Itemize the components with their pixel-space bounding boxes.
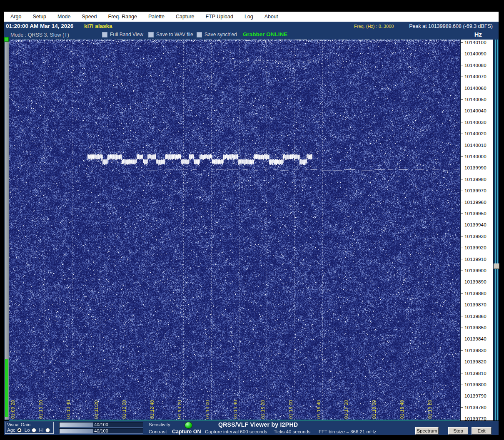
- freq-scale-row: 10139950: [461, 211, 487, 216]
- freq-tick-mark: [461, 122, 463, 122]
- freq-tick-label: 10140060: [464, 86, 487, 91]
- freq-scale-row: 10140000: [461, 154, 487, 159]
- fft-bin-label: FFT bin size = 366.21 mHz: [319, 429, 376, 434]
- freq-scale-row: 10140050: [461, 97, 487, 102]
- time-tick-label: 01:16:40: [316, 400, 321, 419]
- grabber-status: Grabber ONLINE: [243, 31, 287, 37]
- menu-item-freq-range[interactable]: Freq. Range: [108, 14, 137, 20]
- freq-tick-mark: [461, 419, 463, 419]
- freq-scale-row: 10139930: [461, 234, 487, 239]
- time-tick-label: 01:14:40: [233, 400, 238, 419]
- freq-tick-label: 10140020: [464, 131, 487, 136]
- freq-scale-row: 10139880: [461, 291, 487, 296]
- contrast-value: 40/100: [94, 428, 108, 433]
- time-tick-label: 01:14:00: [205, 400, 210, 419]
- radio-option-hi[interactable]: Hi: [39, 428, 50, 433]
- menu-bar: ArgoSetupModeSpeedFreq. RangePaletteCapt…: [4, 12, 499, 22]
- menu-item-palette[interactable]: Palette: [148, 14, 165, 20]
- radio-label: Agc: [7, 428, 15, 433]
- header-bar: 01:20:00 AM Mar 14, 2026 kl7l alaska Fre…: [4, 22, 499, 30]
- freq-scale-row: 10139910: [461, 256, 487, 262]
- menu-item-setup[interactable]: Setup: [32, 14, 46, 20]
- contrast-label: Contrast: [149, 429, 167, 434]
- freq-tick-mark: [461, 214, 463, 214]
- freq-tick-mark: [461, 282, 463, 282]
- spectrum-button[interactable]: Spectrum: [415, 427, 439, 435]
- radio-button[interactable]: [32, 428, 36, 433]
- freq-scale-row: 10139990: [461, 165, 487, 171]
- radio-option-agc[interactable]: Agc: [7, 428, 22, 433]
- freq-scale-row: 10140100: [461, 40, 487, 45]
- menu-item-argo[interactable]: Argo: [10, 14, 21, 20]
- freq-tick-label: 10139920: [464, 245, 487, 250]
- sensitivity-slider[interactable]: 40/100: [59, 422, 143, 428]
- freq-tick-label: 10139950: [464, 211, 487, 216]
- time-tick-label: 01:16:00: [288, 400, 293, 419]
- checkbox-group-save-to-wav-file[interactable]: Save to WAV file: [148, 32, 193, 37]
- ticks-info-label: Ticks 40 seconds: [274, 429, 310, 434]
- radio-button[interactable]: [45, 428, 50, 433]
- exit-button[interactable]: Exit: [472, 427, 492, 435]
- checkbox-group-full-band-view[interactable]: Full Band View: [102, 32, 143, 37]
- contrast-slider-fill: [60, 429, 93, 433]
- freq-tick-mark: [461, 88, 463, 88]
- freq-tick-mark: [461, 248, 463, 248]
- radio-button[interactable]: [17, 428, 22, 433]
- menu-item-log[interactable]: Log: [245, 14, 253, 20]
- menu-item-speed[interactable]: Speed: [82, 14, 97, 20]
- scrollbar-line: [495, 40, 496, 420]
- checkbox[interactable]: [148, 32, 154, 37]
- checkbox[interactable]: [102, 32, 107, 37]
- freq-tick-mark: [461, 316, 463, 316]
- freq-range-readout: Freq. (Hz) : 0..3000: [354, 24, 394, 29]
- freq-tick-mark: [461, 236, 463, 236]
- freq-tick-mark: [461, 65, 463, 65]
- freq-tick-label: 10139780: [464, 405, 487, 410]
- freq-tick-mark: [461, 293, 463, 293]
- freq-scale-row: 10140040: [461, 108, 487, 114]
- frequency-scrollbar-handle[interactable]: [494, 264, 499, 269]
- visual-gain-options: AgcLoHi: [7, 428, 50, 433]
- radio-option-lo[interactable]: Lo: [25, 428, 36, 433]
- freq-tick-label: 10139870: [464, 302, 487, 307]
- freq-tick-mark: [461, 407, 463, 408]
- freq-tick-label: 10139890: [464, 279, 487, 284]
- freq-tick-mark: [461, 373, 463, 373]
- freq-scale-row: 10140020: [461, 131, 487, 137]
- app-title: QRSS/VLF Viewer by I2PHD: [218, 421, 298, 428]
- menu-item-mode[interactable]: Mode: [57, 14, 70, 20]
- freq-scale-row: 10140080: [461, 62, 487, 68]
- menu-item-capture[interactable]: Capture: [176, 14, 194, 20]
- menu-item-ftp-upload[interactable]: FTP Upload: [205, 14, 233, 20]
- freq-tick-mark: [461, 145, 463, 145]
- freq-tick-mark: [461, 328, 463, 328]
- checkbox[interactable]: [197, 32, 202, 37]
- freq-tick-label: 10140050: [464, 97, 487, 102]
- freq-scale-row: 10139810: [461, 370, 487, 376]
- freq-tick-mark: [461, 385, 463, 385]
- freq-scale-row: 10139960: [461, 199, 487, 205]
- capture-led-indicator: [185, 422, 192, 429]
- freq-tick-label: 10139980: [464, 177, 487, 182]
- freq-tick-label: 10140040: [464, 108, 487, 113]
- stop-button[interactable]: Stop: [448, 427, 468, 435]
- freq-scale-row: 10139790: [461, 393, 487, 399]
- freq-tick-label: 10139840: [464, 336, 487, 341]
- time-tick-label: 01:18:00: [372, 400, 377, 419]
- sensitivity-label: Sensitivity: [149, 422, 170, 427]
- freq-scale-row: 10140060: [461, 85, 487, 91]
- freq-scale-row: 10139980: [461, 176, 487, 182]
- capture-timestamp: 01:20:00 AM Mar 14, 2026: [6, 23, 73, 29]
- contrast-slider[interactable]: 40/100: [59, 428, 143, 434]
- time-tick-label: 01:12:00: [122, 400, 127, 419]
- station-callsign: kl7l alaska: [84, 23, 112, 29]
- time-tick-label: 01:12:40: [150, 400, 155, 419]
- freq-tick-label: 10139910: [464, 257, 487, 262]
- freq-tick-mark: [461, 42, 463, 43]
- checkbox-group-save-synch-ed[interactable]: Save synch'ed: [197, 32, 237, 37]
- frequency-scrollbar-track[interactable]: [494, 40, 499, 420]
- freq-tick-mark: [461, 179, 463, 179]
- freq-tick-mark: [461, 271, 463, 271]
- menu-item-about[interactable]: About: [264, 14, 278, 20]
- freq-tick-label: 10140070: [464, 74, 487, 79]
